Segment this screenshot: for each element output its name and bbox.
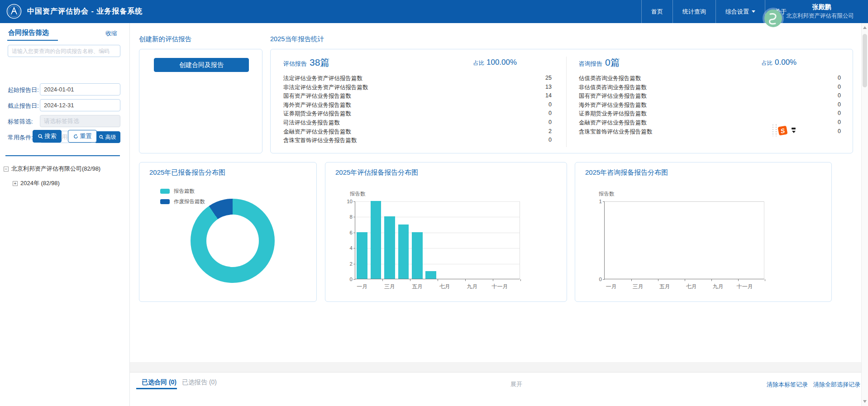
nav-item-statistics[interactable]: 统计查询	[672, 0, 715, 23]
legend-label: 报告篇数	[174, 188, 195, 195]
stat-row-value: 0	[838, 75, 841, 84]
chevron-down-icon	[752, 10, 755, 13]
x-tick-mark	[738, 279, 739, 281]
end-date-field[interactable]	[40, 99, 120, 111]
evaluation-bar-chart-title: 2025年评估报备报告分布图	[335, 168, 418, 177]
stat-row-label: 国有资产评估业务报告篇数	[579, 92, 647, 101]
expand-expander-icon[interactable]: +	[13, 181, 18, 186]
search-input[interactable]	[8, 45, 120, 57]
tab-selected-reports[interactable]: 已选报告 (0)	[182, 378, 217, 387]
stat-row-label: 含珠宝首饰评估业务报告篇数	[283, 137, 357, 146]
association-logo-icon	[6, 4, 22, 19]
consulting-share: 占比 0.00%	[762, 58, 796, 67]
x-tick-mark	[765, 279, 765, 281]
y-tick-label: 6	[343, 230, 353, 235]
y-tick-label: 2	[343, 261, 353, 267]
stats-column-divider	[566, 57, 567, 147]
nav-item-home[interactable]: 首页	[641, 0, 672, 23]
tree-node-label: 2024年 (82/98)	[20, 179, 60, 187]
app-root: 中国资产评估协会 - 业务报备系统 首页 统计查询 综合设置 关于 张殿鹏 北京…	[0, 0, 868, 406]
chevron-down-icon	[792, 131, 796, 133]
stats-section-title: 2025当年报告统计	[270, 35, 324, 43]
stat-row: 非估值类咨询业务报告篇数0	[579, 84, 841, 93]
y-tick-label: 4	[343, 245, 353, 251]
tag-filter-field[interactable]	[40, 115, 120, 127]
nav-item-settings[interactable]: 综合设置	[715, 0, 765, 23]
user-avatar[interactable]	[764, 10, 782, 27]
drag-handle-icon	[776, 124, 777, 136]
stat-row-label: 海外资产评估业务报告篇数	[283, 101, 351, 110]
tab-selected-contracts[interactable]: 已选合同 (0)	[142, 378, 176, 387]
filed-reports-donut-card: 2025年已报备报告分布图 报告篇数作废报告篇数	[139, 162, 317, 302]
x-tick-mark	[631, 279, 632, 281]
stat-row-label: 国有资产评估业务报告篇数	[283, 92, 351, 101]
stat-row-label: 非法定评估业务资产评估报告篇数	[283, 84, 368, 93]
legend-item[interactable]: 报告篇数	[160, 188, 205, 195]
stat-row: 海外资产评估业务报告篇数0	[579, 101, 841, 110]
stat-row-label: 海外资产评估业务报告篇数	[579, 101, 647, 110]
stat-row-value: 0	[838, 84, 841, 93]
y-tick-mark	[353, 248, 355, 248]
advanced-search-button[interactable]: 高级	[95, 131, 120, 143]
y-tick-mark	[353, 217, 355, 217]
x-tick-mark	[465, 279, 466, 281]
scroll-down-arrow-icon[interactable]	[863, 400, 867, 403]
consulting-report-counter: 咨询报告0篇	[579, 56, 620, 69]
stat-row-value: 13	[545, 84, 552, 93]
consulting-stat-rows: 估值类咨询业务报告篇数0非估值类咨询业务报告篇数0国有资产评估业务报告篇数0海外…	[579, 75, 841, 137]
x-tick-label: 七月	[686, 283, 697, 291]
start-date-field[interactable]	[40, 83, 120, 96]
evaluation-stat-rows: 法定评估业务资产评估报告篇数25非法定评估业务资产评估报告篇数13国有资产评估业…	[283, 75, 552, 146]
bar-三月	[384, 216, 395, 279]
sogou-input-icon[interactable]: S	[777, 125, 787, 135]
stat-row: 金融资产评估业务报告篇数2	[283, 128, 552, 137]
y-tick-mark	[353, 279, 355, 280]
stat-row: 含珠宝首饰评估业务报告篇数0	[283, 137, 552, 146]
y-tick-mark	[353, 264, 355, 264]
sidebar-title: 合同报告筛选	[8, 29, 49, 37]
common-condition-label: 常用条件:	[8, 134, 33, 142]
stat-row: 含珠宝首饰评估业务报告篇数0	[579, 128, 841, 137]
collapse-expander-icon[interactable]: −	[4, 167, 9, 172]
clear-tab-records-link[interactable]: 清除本标签记录	[767, 381, 808, 389]
app-title: 中国资产评估协会 - 业务报备系统	[27, 7, 143, 16]
y-tick-label: 8	[343, 214, 353, 220]
stat-row: 海外资产评估业务报告篇数0	[283, 101, 552, 110]
stat-row-label: 证券期货业务评估报告篇数	[283, 110, 351, 119]
reset-button[interactable]: 重置	[68, 130, 97, 143]
input-method-menu[interactable]	[792, 128, 796, 133]
search-button[interactable]: 搜索	[33, 130, 62, 143]
create-contract-report-button[interactable]: 创建合同及报告	[154, 58, 249, 72]
stat-row-value: 14	[545, 92, 552, 101]
tree-node[interactable]: +2024年 (82/98)	[13, 179, 128, 187]
consulting-bar-chart-title: 2025年咨询报备报告分布图	[585, 168, 668, 177]
x-tick-mark	[382, 279, 383, 281]
donut-chart-title: 2025年已报备报告分布图	[149, 168, 225, 177]
expand-panel-link[interactable]: 展开	[510, 380, 522, 388]
y-tick-mark	[603, 201, 605, 202]
x-tick-mark	[410, 279, 410, 281]
stat-row-value: 0	[838, 119, 841, 128]
stat-row: 证券期货业务评估报告篇数0	[579, 110, 841, 119]
x-tick-mark	[520, 279, 521, 281]
stat-row-value: 0	[548, 110, 552, 119]
sidebar-collapse-link[interactable]: 收缩	[105, 29, 117, 38]
legend-item[interactable]: 作废报告篇数	[160, 198, 205, 205]
sidebar-title-underline	[7, 40, 58, 41]
stat-row-value: 2	[548, 128, 552, 137]
create-report-card: 创建合同及报告	[139, 49, 262, 153]
consulting-bar-plot: 01一月三月五月七月九月十一月	[604, 201, 764, 279]
clear-all-records-link[interactable]: 清除全部选择记录	[813, 381, 860, 389]
bar-四月	[398, 224, 409, 279]
stat-row: 司法评估业务报告篇数0	[283, 119, 552, 128]
scrollbar-thumb[interactable]	[863, 34, 867, 87]
evaluation-report-counter: 评估报告38篇	[283, 56, 329, 69]
scroll-up-arrow-icon[interactable]	[863, 26, 867, 29]
tree-node[interactable]: −北京利邦资产评估有限公司(82/98)	[4, 165, 128, 173]
input-method-toolbar: S	[773, 123, 801, 138]
x-tick-label: 三月	[633, 283, 644, 291]
vertical-scrollbar[interactable]	[861, 23, 868, 406]
drag-handle-icon[interactable]	[773, 124, 773, 136]
stat-row-value: 0	[838, 128, 841, 137]
stat-row: 金融资产评估业务报告篇数0	[579, 119, 841, 128]
